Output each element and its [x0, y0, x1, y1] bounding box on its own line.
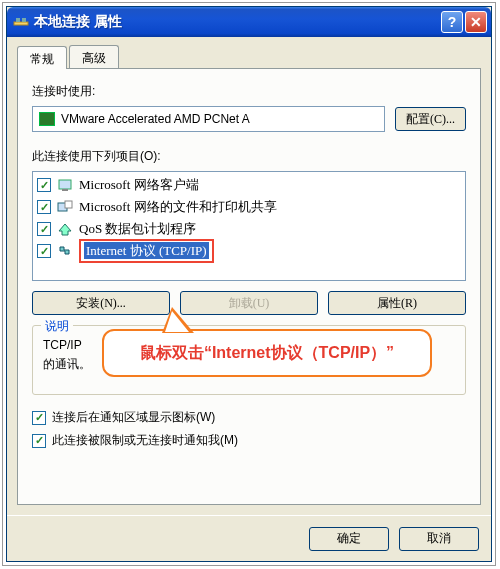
checkbox[interactable]: ✓: [32, 411, 46, 425]
tab-bar: 常规 高级: [17, 45, 481, 68]
client-icon: [57, 177, 73, 193]
tab-advanced[interactable]: 高级: [69, 45, 119, 68]
tooltip-callout: 鼠标双击“Internet协议（TCP/IP）”: [102, 329, 432, 377]
client-area: 常规 高级 连接时使用: VMware Accelerated AMD PCNe…: [7, 37, 491, 515]
components-list[interactable]: ✓ Microsoft 网络客户端 ✓ Microsoft 网络的文件和打印机共…: [32, 171, 466, 281]
checkbox[interactable]: ✓: [37, 244, 51, 258]
install-button[interactable]: 安装(N)...: [32, 291, 170, 315]
list-item-label: Microsoft 网络客户端: [79, 176, 199, 194]
svg-rect-3: [59, 180, 71, 189]
checkbox-label: 连接后在通知区域显示图标(W): [52, 409, 215, 426]
configure-button[interactable]: 配置(C)...: [395, 107, 466, 131]
list-item-label: Internet 协议 (TCP/IP): [79, 239, 214, 263]
list-item-label: Microsoft 网络的文件和打印机共享: [79, 198, 277, 216]
button-bar: 确定 取消: [7, 515, 491, 561]
svg-rect-6: [65, 201, 72, 208]
adapter-name: VMware Accelerated AMD PCNet A: [61, 112, 250, 126]
help-button[interactable]: ?: [441, 11, 463, 33]
notify-option[interactable]: ✓ 此连接被限制或无连接时通知我(M): [32, 432, 466, 449]
uninstall-button: 卸载(U): [180, 291, 318, 315]
adapter-field[interactable]: VMware Accelerated AMD PCNet A: [32, 106, 385, 132]
window-title: 本地连接 属性: [34, 13, 441, 31]
svg-rect-4: [62, 189, 68, 191]
items-label: 此连接使用下列项目(O):: [32, 148, 466, 165]
group-title: 说明: [41, 318, 73, 335]
callout-text: 鼠标双击“Internet协议（TCP/IP）”: [140, 343, 394, 364]
list-item[interactable]: ✓ Microsoft 网络的文件和打印机共享: [33, 196, 465, 218]
ok-button[interactable]: 确定: [309, 527, 389, 551]
list-item[interactable]: ✓ QoS 数据包计划程序: [33, 218, 465, 240]
list-item[interactable]: ✓ Microsoft 网络客户端: [33, 174, 465, 196]
qos-icon: [57, 221, 73, 237]
checkbox[interactable]: ✓: [37, 178, 51, 192]
titlebar[interactable]: 本地连接 属性 ? ✕: [7, 7, 491, 37]
connect-using-label: 连接时使用:: [32, 83, 466, 100]
list-item-label: QoS 数据包计划程序: [79, 220, 196, 238]
checkbox[interactable]: ✓: [32, 434, 46, 448]
checkbox[interactable]: ✓: [37, 222, 51, 236]
nic-icon: [39, 112, 55, 126]
protocol-icon: [57, 243, 73, 259]
svg-rect-2: [22, 18, 26, 22]
app-icon: [13, 14, 29, 30]
close-button[interactable]: ✕: [465, 11, 487, 33]
show-icon-option[interactable]: ✓ 连接后在通知区域显示图标(W): [32, 409, 466, 426]
properties-button[interactable]: 属性(R): [328, 291, 466, 315]
cancel-button[interactable]: 取消: [399, 527, 479, 551]
checkbox[interactable]: ✓: [37, 200, 51, 214]
svg-rect-0: [14, 22, 28, 25]
properties-dialog: 本地连接 属性 ? ✕ 常规 高级 连接时使用: VMware Accelera…: [6, 6, 492, 562]
share-icon: [57, 199, 73, 215]
checkbox-label: 此连接被限制或无连接时通知我(M): [52, 432, 238, 449]
svg-rect-1: [16, 18, 20, 22]
tab-body: 连接时使用: VMware Accelerated AMD PCNet A 配置…: [17, 68, 481, 505]
tab-general[interactable]: 常规: [17, 46, 67, 69]
list-item-selected[interactable]: ✓ Internet 协议 (TCP/IP): [33, 240, 465, 262]
